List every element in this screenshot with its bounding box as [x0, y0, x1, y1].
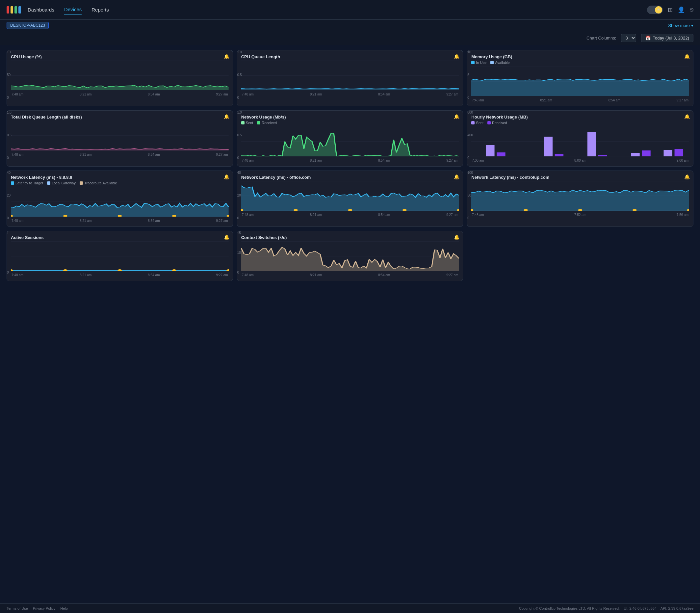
chart-wrapper: 402007:48 am8:21 am8:54 am9:27 am [11, 187, 229, 223]
chart-title-hourly-network: Hourly Network Usage (MB) [471, 115, 689, 119]
legend-label: In Use [476, 61, 486, 65]
legend-dot [80, 181, 83, 185]
chart-svg [11, 61, 229, 90]
x-axis-labels: 7:48 am7:52 am7:56 am [471, 213, 689, 217]
legend-label: Sent [476, 121, 484, 125]
chart-svg [241, 181, 459, 211]
legend-item: Sent [471, 121, 484, 125]
bell-icon-latency-8888[interactable]: 🔔 [224, 174, 229, 180]
chart-svg [11, 241, 229, 271]
svg-point-56 [63, 269, 67, 271]
footer-copyright: Copyright © ControlUp Technologies LTD. … [519, 607, 694, 610]
chart-card-latency-8888: 🔔Network Latency (ms) - 8.8.8.8Latency t… [6, 171, 233, 227]
bell-icon-network-usage[interactable]: 🔔 [454, 114, 459, 119]
legend-item: Local Gateway [47, 181, 76, 185]
chart-container: 7:48 am8:21 am8:54 am9:27 am [241, 61, 459, 96]
chart-title-disk-queue: Total Disk Queue Length (all disks) [11, 115, 229, 119]
svg-rect-27 [675, 149, 683, 156]
chart-wrapper: 10507:48 am8:21 am8:54 am9:27 am [471, 66, 689, 102]
grid-icon[interactable]: ⊞ [668, 6, 673, 13]
footer-links: Terms of Use Privacy Policy Help [6, 607, 68, 610]
bell-icon-context-switches[interactable]: 🔔 [454, 234, 459, 240]
chart-svg [11, 121, 229, 151]
legend-item: In Use [471, 61, 486, 65]
y-axis-labels: 8004000 [467, 110, 473, 160]
bell-icon-disk-queue[interactable]: 🔔 [224, 114, 229, 119]
chart-container: 7:48 am7:52 am7:56 am [471, 181, 689, 217]
chart-wrapper: 1005007:48 am8:21 am8:54 am9:27 am [11, 61, 229, 96]
logo-bar-blue [18, 6, 21, 13]
nav-links: Dashboards Devices Reports [28, 5, 647, 14]
chart-svg [241, 127, 459, 156]
x-axis-labels: 7:48 am8:21 am8:54 am9:27 am [11, 219, 229, 223]
theme-toggle[interactable]: ☀ [647, 5, 663, 14]
logo-bar-yellow [11, 6, 13, 13]
bell-icon-memory-usage[interactable]: 🔔 [684, 54, 690, 59]
chart-card-disk-queue: 🔔Total Disk Queue Length (all disks)1.00… [6, 110, 233, 167]
show-more-button[interactable]: Show more ▾ [668, 23, 694, 28]
chart-container: 7:48 am8:21 am8:54 am9:27 am [241, 241, 459, 277]
chart-title-cpu-usage: CPU Usage (%) [11, 54, 229, 59]
chart-wrapper: 1.00.507:48 am8:21 am8:54 am9:27 am [241, 61, 459, 96]
chart-columns-label: Chart Columns: [586, 36, 616, 40]
chart-container: 7:48 am8:21 am8:54 am9:27 am [11, 241, 229, 277]
y-axis-labels: 10 [7, 231, 9, 274]
logo-bar-red [6, 6, 9, 13]
y-axis-labels: 1.00.50 [237, 50, 242, 100]
chart-legend-memory-usage: In UseAvailable [471, 61, 689, 65]
svg-rect-24 [631, 153, 640, 156]
chart-container: 7:48 am8:21 am8:54 am9:27 am [241, 181, 459, 217]
bell-icon-hourly-network[interactable]: 🔔 [684, 114, 690, 119]
bell-icon-cpu-queue[interactable]: 🔔 [454, 54, 459, 59]
chart-card-memory-usage: 🔔Memory Usage (GB)In UseAvailable10507:4… [467, 50, 694, 106]
legend-label: Local Gateway [52, 181, 76, 185]
bell-icon-latency-controlup[interactable]: 🔔 [684, 174, 690, 180]
nav-reports[interactable]: Reports [92, 5, 109, 14]
legend-dot [11, 181, 14, 185]
legend-label: Sent [246, 121, 253, 125]
terms-link[interactable]: Terms of Use [6, 607, 28, 610]
chart-card-latency-office: 🔔Network Latency (ms) - office.com402007… [237, 171, 463, 227]
svg-rect-26 [664, 150, 672, 156]
device-pill[interactable]: DESKTOP-ABC123 [6, 22, 49, 29]
legend-item: Received [257, 121, 277, 125]
toolbar: Chart Columns: 3 2 1 📅 Today (Jul 3, 202… [0, 31, 700, 45]
chevron-down-icon: ▾ [691, 23, 694, 28]
chart-card-latency-controlup: 🔔Network Latency (ms) - controlup.com100… [467, 171, 694, 227]
bell-icon-latency-office[interactable]: 🔔 [454, 174, 459, 180]
chart-wrapper: 1.00.507:48 am8:21 am8:54 am9:27 am [11, 121, 229, 156]
chart-title-network-usage: Network Usage (Mb/s) [241, 115, 459, 119]
svg-point-59 [226, 269, 229, 271]
chart-columns-select[interactable]: 3 2 1 [621, 34, 636, 42]
chart-container: 7:48 am8:21 am8:54 am9:27 am [11, 121, 229, 156]
chart-legend-network-usage: SentReceived [241, 121, 459, 125]
chart-svg [471, 66, 689, 96]
chart-container: 7:48 am8:21 am8:54 am9:27 am [11, 187, 229, 223]
logout-icon[interactable]: ⎋ [690, 6, 694, 13]
chart-card-context-switches: 🔔Context Switches (k/s)151007:48 am8:21 … [237, 231, 463, 281]
svg-rect-21 [555, 154, 564, 156]
nav-devices[interactable]: Devices [64, 5, 82, 14]
chart-svg [241, 241, 459, 271]
svg-rect-18 [486, 145, 494, 156]
bell-icon-active-sessions[interactable]: 🔔 [224, 234, 229, 240]
help-link[interactable]: Help [60, 607, 68, 610]
legend-item: Traceroute Available [80, 181, 117, 185]
navbar: Dashboards Devices Reports ☀ ⊞ 👤 ⎋ [0, 0, 700, 20]
nav-dashboards[interactable]: Dashboards [28, 5, 54, 14]
x-axis-labels: 7:48 am8:21 am8:54 am9:27 am [241, 92, 459, 96]
privacy-link[interactable]: Privacy Policy [33, 607, 55, 610]
chart-container: 7:00 am8:00 am9:00 am [471, 127, 689, 162]
svg-rect-19 [497, 153, 505, 156]
x-axis-labels: 7:48 am8:21 am8:54 am9:27 am [241, 159, 459, 162]
bell-icon-cpu-usage[interactable]: 🔔 [224, 54, 229, 59]
user-icon[interactable]: 👤 [678, 6, 685, 13]
chart-svg [241, 61, 459, 90]
x-axis-labels: 7:48 am8:21 am8:54 am9:27 am [11, 92, 229, 96]
legend-item: Received [487, 121, 507, 125]
y-axis-labels: 15100 [237, 231, 241, 274]
logo-bar-green [14, 6, 17, 13]
chart-legend-latency-8888: Latency to TargetLocal GatewayTraceroute… [11, 181, 229, 185]
legend-dot [471, 61, 475, 64]
date-picker[interactable]: 📅 Today (Jul 3, 2022) [641, 34, 694, 42]
